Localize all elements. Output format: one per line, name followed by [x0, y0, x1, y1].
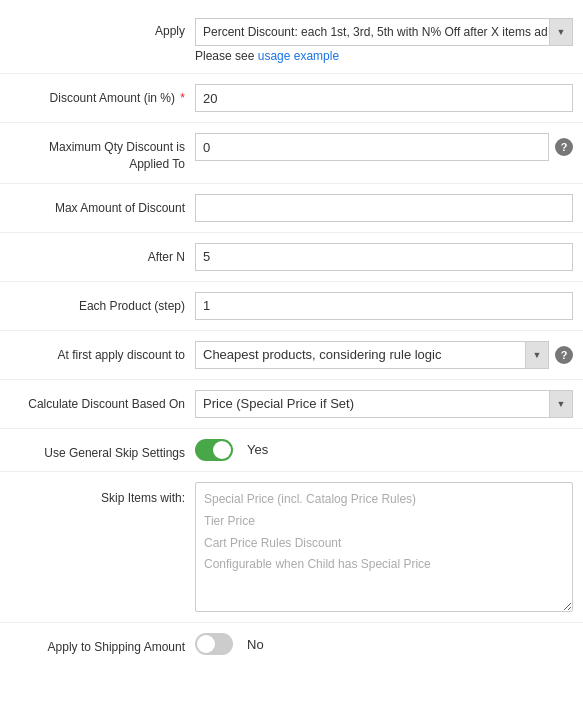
skip-items-control: Special Price (incl. Catalog Price Rules…: [195, 482, 573, 612]
usage-link-row: Please see usage example: [195, 46, 573, 63]
after-n-control: [195, 243, 573, 271]
apply-to-shipping-control: No: [195, 633, 573, 655]
toggle-slider: [195, 439, 233, 461]
apply-to-shipping-toggle-label: No: [247, 637, 264, 652]
each-product-label: Each Product (step): [10, 292, 195, 315]
each-product-control: [195, 292, 573, 320]
at-first-apply-label: At first apply discount to: [10, 341, 195, 364]
max-amount-control: [195, 194, 573, 222]
use-general-skip-toggle[interactable]: [195, 439, 233, 461]
use-general-skip-toggle-label: Yes: [247, 442, 268, 457]
apply-row: Apply Percent Discount: each 1st, 3rd, 5…: [0, 10, 583, 71]
discount-amount-control: [195, 84, 573, 112]
toggle-knob: [213, 441, 231, 459]
max-qty-label: Maximum Qty Discount is Applied To: [10, 133, 195, 173]
max-qty-help-icon[interactable]: ?: [555, 138, 573, 156]
after-n-label: After N: [10, 243, 195, 266]
use-general-skip-label: Use General Skip Settings: [10, 439, 195, 462]
skip-items-label: Skip Items with:: [10, 482, 195, 507]
max-qty-input[interactable]: [195, 133, 549, 161]
apply-control: Percent Discount: each 1st, 3rd, 5th wit…: [195, 18, 573, 46]
each-product-row: Each Product (step): [0, 284, 583, 328]
max-amount-row: Max Amount of Discount: [0, 186, 583, 230]
apply-label: Apply: [10, 18, 195, 38]
calculate-based-on-label: Calculate Discount Based On: [10, 390, 195, 413]
apply-select[interactable]: Percent Discount: each 1st, 3rd, 5th wit…: [195, 18, 573, 46]
at-first-apply-select-wrapper: Cheapest products, considering rule logi…: [195, 341, 549, 369]
skip-items-textarea[interactable]: Special Price (incl. Catalog Price Rules…: [195, 482, 573, 612]
discount-amount-row: Discount Amount (in %) *: [0, 76, 583, 120]
use-general-skip-row: Use General Skip Settings Yes: [0, 431, 583, 470]
apply-to-shipping-label: Apply to Shipping Amount: [10, 633, 195, 656]
apply-to-shipping-toggle[interactable]: [195, 633, 233, 655]
max-amount-input[interactable]: [195, 194, 573, 222]
calculate-based-on-select[interactable]: Price (Special Price if Set): [195, 390, 573, 418]
calculate-based-on-control: Price (Special Price if Set): [195, 390, 573, 418]
usage-text: Please see: [195, 49, 258, 63]
form-container: Apply Percent Discount: each 1st, 3rd, 5…: [0, 0, 583, 674]
at-first-apply-row: At first apply discount to Cheapest prod…: [0, 333, 583, 377]
at-first-apply-select[interactable]: Cheapest products, considering rule logi…: [195, 341, 549, 369]
max-amount-label: Max Amount of Discount: [10, 194, 195, 217]
apply-to-shipping-slider: [195, 633, 233, 655]
each-product-input[interactable]: [195, 292, 573, 320]
calculate-based-on-row: Calculate Discount Based On Price (Speci…: [0, 382, 583, 426]
calculate-based-on-select-wrapper: Price (Special Price if Set): [195, 390, 573, 418]
max-qty-row: Maximum Qty Discount is Applied To ?: [0, 125, 583, 181]
required-marker: *: [177, 91, 185, 105]
apply-select-wrapper: Percent Discount: each 1st, 3rd, 5th wit…: [195, 18, 573, 46]
after-n-row: After N: [0, 235, 583, 279]
apply-to-shipping-row: Apply to Shipping Amount No: [0, 625, 583, 664]
discount-amount-label: Discount Amount (in %) *: [10, 84, 195, 107]
max-qty-control: ?: [195, 133, 573, 161]
at-first-apply-help-icon[interactable]: ?: [555, 346, 573, 364]
usage-example-link[interactable]: usage example: [258, 49, 339, 63]
after-n-input[interactable]: [195, 243, 573, 271]
skip-items-row: Skip Items with: Special Price (incl. Ca…: [0, 474, 583, 620]
apply-to-shipping-knob: [197, 635, 215, 653]
discount-amount-input[interactable]: [195, 84, 573, 112]
use-general-skip-control: Yes: [195, 439, 573, 461]
at-first-apply-control: Cheapest products, considering rule logi…: [195, 341, 573, 369]
